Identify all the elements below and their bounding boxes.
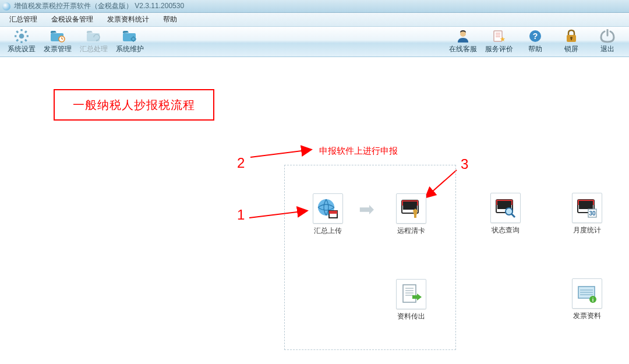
svg-rect-37 xyxy=(329,211,337,214)
annotation-arrow-2 xyxy=(249,146,319,160)
annotation-step-2: 2 xyxy=(237,155,245,171)
tool-label: 系统设置 xyxy=(8,44,36,54)
menu-invoice-data-stats[interactable]: 发票资料统计 xyxy=(100,13,156,26)
flow-panel: 汇总上传 ➡ 远程清卡 资料传出 xyxy=(284,165,456,350)
svg-rect-44 xyxy=(403,285,416,302)
status-query-button[interactable]: 状态查询 xyxy=(487,193,524,235)
lock-icon xyxy=(563,29,579,43)
doc-info-icon: i xyxy=(572,278,602,309)
annotation-note: 申报软件上进行申报 xyxy=(319,146,398,157)
help-button[interactable]: ? 帮助 xyxy=(517,28,553,56)
folder-clock-icon xyxy=(50,29,66,43)
icon-label: 远程清卡 xyxy=(397,226,425,236)
icon-label: 资料传出 xyxy=(397,312,425,321)
titlebar: 增值税发票税控开票软件（金税盘版） V2.3.11.200530 xyxy=(0,0,629,13)
svg-line-8 xyxy=(25,31,27,33)
svg-rect-40 xyxy=(403,202,417,210)
system-settings-button[interactable]: 系统设置 xyxy=(3,28,40,56)
folder-gear-icon xyxy=(122,29,138,43)
menu-help[interactable]: 帮助 xyxy=(156,13,184,26)
svg-rect-49 xyxy=(412,295,417,299)
invoice-manage-button[interactable]: 发票管理 xyxy=(40,28,76,56)
flow-arrow-icon: ➡ xyxy=(359,198,374,220)
svg-marker-50 xyxy=(417,294,422,301)
globe-upload-icon xyxy=(313,193,343,224)
svg-rect-21 xyxy=(494,31,502,41)
menubar: 汇总管理 金税设备管理 发票资料统计 帮助 xyxy=(0,13,629,27)
star-paper-icon xyxy=(491,29,507,43)
annotation-title-text: 一般纳税人抄报税流程 xyxy=(73,97,195,113)
calendar-30-icon: 30 xyxy=(572,193,602,223)
svg-text:i: i xyxy=(592,297,594,303)
system-maintain-button[interactable]: 系统维护 xyxy=(112,28,148,56)
question-icon: ? xyxy=(527,29,543,43)
annotation-title-box: 一般纳税人抄报税流程 xyxy=(54,89,214,121)
online-service-button[interactable]: 在线客服 xyxy=(445,28,481,56)
tool-label: 发票管理 xyxy=(44,44,72,54)
person-icon xyxy=(455,29,471,43)
summary-upload-button[interactable]: 汇总上传 xyxy=(309,193,347,236)
annotation-step-3: 3 xyxy=(461,156,468,172)
lock-button[interactable]: 锁屏 xyxy=(553,28,589,56)
svg-point-0 xyxy=(19,34,24,39)
svg-line-7 xyxy=(16,40,18,41)
summary-process-button[interactable]: 汇总处理 xyxy=(76,28,112,56)
window-title: 增值税发票税控开票软件（金税盘版） V2.3.11.200530 xyxy=(14,1,184,11)
tool-label: 汇总处理 xyxy=(80,44,108,54)
power-icon xyxy=(599,29,616,43)
monitor-magnify-icon xyxy=(490,193,521,223)
annotation-step-1: 1 xyxy=(237,207,245,223)
icon-label: 状态查询 xyxy=(492,225,520,235)
svg-line-5 xyxy=(16,31,18,33)
menu-summary-manage[interactable]: 汇总管理 xyxy=(2,13,44,26)
remote-clear-button[interactable]: 远程清卡 xyxy=(393,193,430,236)
svg-text:?: ? xyxy=(533,31,538,41)
svg-line-55 xyxy=(511,214,515,217)
icon-label: 汇总上传 xyxy=(314,226,342,236)
toolbar: 系统设置 发票管理 汇总处理 系统维护 在线客服 xyxy=(0,27,629,57)
app-icon xyxy=(2,2,10,10)
tool-label: 锁屏 xyxy=(564,44,578,54)
svg-text:30: 30 xyxy=(589,210,596,217)
gear-icon xyxy=(13,29,30,43)
tool-label: 在线客服 xyxy=(449,44,477,54)
data-export-button[interactable]: 资料传出 xyxy=(393,279,430,321)
svg-rect-30 xyxy=(571,38,572,40)
service-rating-button[interactable]: 服务评价 xyxy=(481,28,517,56)
svg-line-6 xyxy=(25,40,27,41)
toolbar-left: 系统设置 发票管理 汇总处理 系统维护 xyxy=(3,28,148,56)
content-area: 一般纳税人抄报税流程 1 2 3 申报软件上进行申报 汇总上传 ➡ 远程清卡 xyxy=(0,57,629,364)
exit-button[interactable]: 退出 xyxy=(589,28,626,56)
toolbar-right: 在线客服 服务评价 ? 帮助 锁屏 退出 xyxy=(445,28,626,56)
tool-label: 退出 xyxy=(600,44,614,54)
clear-card-icon xyxy=(396,193,426,224)
menu-tax-device-manage[interactable]: 金税设备管理 xyxy=(44,13,100,26)
svg-rect-58 xyxy=(579,201,593,209)
svg-line-33 xyxy=(250,150,310,157)
icon-label: 发票资料 xyxy=(573,311,601,321)
folder-cycle-icon xyxy=(86,29,102,43)
doc-export-icon xyxy=(396,279,426,309)
icon-label: 月度统计 xyxy=(573,225,601,235)
svg-rect-43 xyxy=(414,214,416,218)
tool-label: 服务评价 xyxy=(485,44,513,54)
invoice-data-button[interactable]: i 发票资料 xyxy=(568,278,606,321)
tool-label: 帮助 xyxy=(528,44,542,54)
monthly-stats-button[interactable]: 30 月度统计 xyxy=(568,193,606,235)
tool-label: 系统维护 xyxy=(116,44,144,54)
